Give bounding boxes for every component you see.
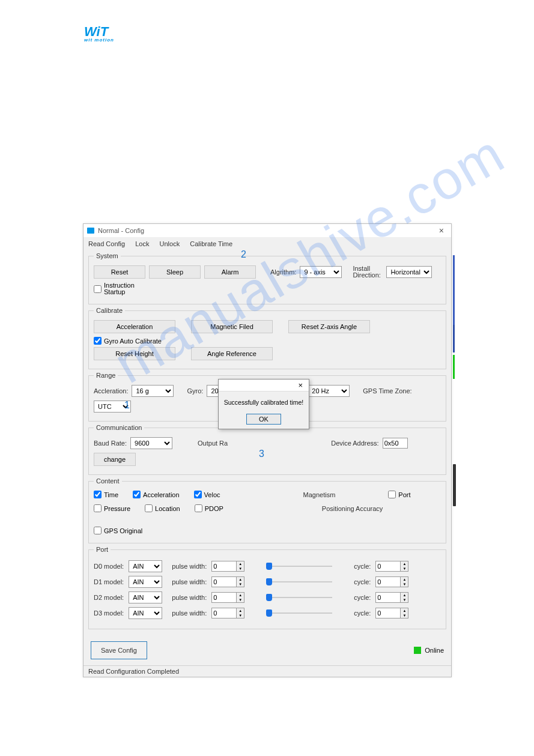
angle-reference-button[interactable]: Angle Reference [191, 347, 273, 360]
annotation-2: 2 [241, 249, 246, 260]
acceleration-range-select[interactable]: 16 g [132, 385, 174, 397]
range-legend: Range [94, 372, 118, 379]
content-port-checkbox[interactable]: Port [388, 491, 410, 498]
bandwidth-select[interactable]: 20 Hz [308, 385, 350, 397]
port-slider[interactable] [266, 594, 332, 601]
status-online: Online [414, 647, 444, 654]
gyro-auto-calibrate-checkbox[interactable]: Gyro Auto Calibrate [94, 337, 162, 345]
spin-down-icon[interactable]: ▼ [401, 613, 408, 618]
system-group: System Reset Sleep Alarm Algrithm: 9 - a… [88, 252, 446, 304]
algrithm-select[interactable]: 9 - axis [300, 266, 342, 278]
port-name-label: D2 model: [94, 594, 124, 601]
spin-up-icon[interactable]: ▲ [401, 593, 408, 597]
content-pdop-checkbox[interactable]: PDOP [195, 504, 223, 512]
spin-up-icon[interactable]: ▲ [401, 577, 408, 582]
content-location-checkbox[interactable]: Location [145, 504, 180, 512]
menu-lock[interactable]: Lock [135, 240, 149, 247]
port-row-d2: D2 model:AINpulse width:▲▼cycle:▲▼ [94, 591, 441, 603]
pulse-width-input[interactable] [211, 608, 237, 618]
port-slider[interactable] [266, 578, 332, 585]
change-button[interactable]: change [94, 453, 136, 466]
port-model-select[interactable]: AIN [129, 591, 162, 603]
alarm-button[interactable]: Alarm [204, 265, 256, 279]
pulse-width-input[interactable] [211, 561, 237, 572]
device-address-input[interactable] [383, 438, 408, 449]
spin-down-icon[interactable]: ▼ [237, 597, 244, 602]
online-indicator-icon [414, 647, 421, 654]
window-title: Normal - Config [98, 227, 144, 234]
baud-rate-label: Baud Rate: [94, 440, 127, 447]
content-time-checkbox[interactable]: Time [94, 491, 118, 498]
titlebar: Normal - Config × [83, 224, 451, 238]
content-pressure-checkbox[interactable]: Pressure [94, 504, 130, 512]
spin-up-icon[interactable]: ▲ [401, 561, 408, 566]
menu-read-config[interactable]: Read Config [88, 240, 125, 247]
output-rate-label: Output Ra [198, 440, 228, 447]
port-name-label: D0 model: [94, 563, 124, 570]
pulse-width-label: pulse width: [172, 594, 207, 601]
calibrated-time-dialog: × Successfully calibrated time! OK [218, 379, 309, 429]
spin-down-icon[interactable]: ▼ [401, 597, 408, 602]
spin-down-icon[interactable]: ▼ [401, 566, 408, 571]
communication-group: Communication Baud Rate: 9600 Output Ra … [88, 424, 446, 475]
port-model-select[interactable]: AIN [129, 607, 162, 619]
port-row-d3: D3 model:AINpulse width:▲▼cycle:▲▼ [94, 607, 441, 619]
pulse-width-input[interactable] [211, 576, 237, 587]
brand-logo: WiT wit motion [84, 24, 114, 43]
app-icon [87, 228, 94, 234]
device-address-label: Device Address: [331, 440, 378, 447]
spin-down-icon[interactable]: ▼ [401, 582, 408, 587]
pulse-width-input[interactable] [211, 592, 237, 603]
menu-unlock[interactable]: Unlock [160, 240, 180, 247]
spin-up-icon[interactable]: ▲ [401, 608, 408, 613]
port-name-label: D3 model: [94, 609, 124, 617]
port-slider[interactable] [266, 563, 332, 570]
statusbar: Read Configuration Completed [83, 665, 451, 677]
content-magnetism-label: Magnetism [303, 491, 336, 498]
side-mark [453, 355, 455, 379]
reset-height-button[interactable]: Reset Height [94, 347, 175, 360]
content-velocity-checkbox[interactable]: Veloc [194, 491, 220, 498]
cycle-label: cycle: [354, 609, 371, 617]
port-name-label: D1 model: [94, 578, 124, 585]
cycle-input[interactable] [375, 561, 401, 572]
pulse-width-label: pulse width: [172, 609, 207, 617]
spin-up-icon[interactable]: ▲ [237, 561, 244, 566]
side-mark [453, 255, 455, 325]
spin-down-icon[interactable]: ▼ [237, 566, 244, 571]
baud-rate-select[interactable]: 9600 [130, 437, 172, 449]
reset-z-axis-button[interactable]: Reset Z-axis Angle [288, 320, 370, 333]
install-direction-label: Install Direction: [353, 265, 383, 279]
cycle-label: cycle: [354, 563, 371, 570]
content-positioning-accuracy-label: Positioning Accuracy [322, 505, 383, 512]
port-row-d1: D1 model:AINpulse width:▲▼cycle:▲▼ [94, 576, 441, 588]
magnetic-field-button[interactable]: Magnetic Filed [191, 320, 273, 333]
cycle-input[interactable] [375, 608, 401, 618]
gps-timezone-label: GPS Time Zone: [363, 387, 411, 395]
dialog-message: Successfully calibrated time! [219, 392, 309, 413]
close-icon[interactable]: × [435, 226, 448, 235]
save-config-button[interactable]: Save Config [91, 641, 147, 659]
sleep-button[interactable]: Sleep [149, 265, 201, 279]
port-model-select[interactable]: AIN [129, 576, 162, 588]
acceleration-button[interactable]: Acceleration [94, 320, 175, 333]
spin-down-icon[interactable]: ▼ [237, 582, 244, 587]
port-slider[interactable] [266, 609, 332, 617]
spin-up-icon[interactable]: ▲ [237, 608, 244, 613]
cycle-input[interactable] [375, 592, 401, 603]
spin-up-icon[interactable]: ▲ [237, 593, 244, 597]
content-acceleration-checkbox[interactable]: Acceleration [133, 491, 180, 498]
dialog-close-icon[interactable]: × [294, 381, 306, 390]
cycle-input[interactable] [375, 576, 401, 587]
menu-calibrate-time[interactable]: Calibrate Time [190, 240, 232, 247]
gyro-range-label: Gyro: [187, 387, 203, 395]
spin-up-icon[interactable]: ▲ [237, 577, 244, 582]
cycle-label: cycle: [354, 578, 371, 585]
content-gps-original-checkbox[interactable]: GPS Original [94, 527, 142, 534]
port-model-select[interactable]: AIN [129, 560, 162, 572]
reset-button[interactable]: Reset [94, 265, 145, 279]
spin-down-icon[interactable]: ▼ [237, 613, 244, 618]
install-direction-select[interactable]: Horizontal [386, 266, 432, 278]
instruction-startup-checkbox[interactable]: Instruction Startup [94, 282, 127, 295]
dialog-ok-button[interactable]: OK [246, 414, 281, 425]
